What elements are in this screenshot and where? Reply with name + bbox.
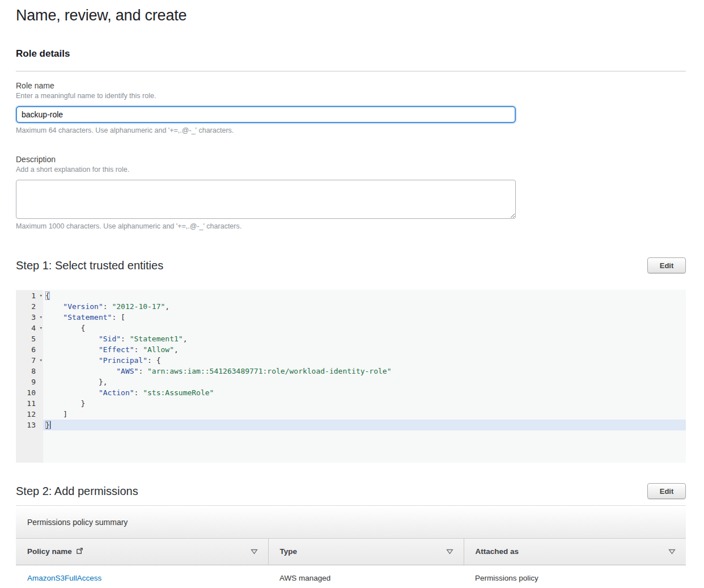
column-header-policy-name[interactable]: Policy name <box>16 539 268 565</box>
editor-line[interactable]: 3▾ "Statement": [ <box>16 312 686 323</box>
name-review-create-page: Name, review, and create Role details Ro… <box>0 0 704 588</box>
page-title: Name, review, and create <box>16 7 686 24</box>
attached-as-cell: Permissions policy <box>464 565 686 588</box>
editor-code-text: ] <box>43 409 686 420</box>
role-name-help: Enter a meaningful name to identify this… <box>16 92 686 100</box>
attached-as-header-label: Attached as <box>476 547 519 556</box>
role-name-input[interactable] <box>16 106 516 123</box>
role-name-field: Role name Enter a meaningful name to ide… <box>16 81 686 134</box>
editor-line[interactable]: 12 ] <box>16 409 686 420</box>
editor-line[interactable]: 9 }, <box>16 377 686 387</box>
permissions-summary-panel: Permissions policy summary Policy name <box>16 505 686 588</box>
edit-trusted-entities-button[interactable]: Edit <box>647 257 686 273</box>
step2-header: Step 2: Add permissions Edit <box>16 483 686 499</box>
editor-line[interactable]: 10 "Action": "sts:AssumeRole" <box>16 387 686 398</box>
editor-code-text: "Statement": [ <box>43 312 686 323</box>
table-header-row: Policy name <box>16 539 686 565</box>
editor-line[interactable]: 6 "Effect": "Allow", <box>16 344 686 355</box>
editor-line[interactable]: 13} <box>16 420 686 430</box>
policy-name-cell: AmazonS3FullAccess <box>16 565 268 588</box>
policy-link[interactable]: AmazonS3FullAccess <box>27 574 101 582</box>
editor-code-text: "AWS": "arn:aws:iam::541263489771:role/w… <box>43 366 686 377</box>
editor-code-text: "Action": "sts:AssumeRole" <box>43 387 686 398</box>
editor-line-number: 8 <box>16 366 43 377</box>
description-textarea[interactable] <box>16 180 516 219</box>
step1-header: Step 1: Select trusted entities Edit <box>16 257 686 273</box>
editor-code-text: } <box>43 398 686 409</box>
editor-code-text: "Version": "2012-10-17", <box>43 301 686 312</box>
editor-line-number: 1▾ <box>16 290 43 301</box>
editor-line-number: 2 <box>16 301 43 312</box>
sort-attached-as-icon[interactable] <box>667 548 677 556</box>
role-details-heading: Role details <box>16 48 686 60</box>
editor-line-number: 12 <box>16 409 43 420</box>
editor-line[interactable]: 5 "Sid": "Statement1", <box>16 333 686 344</box>
editor-line[interactable]: 1▾{ <box>16 290 686 301</box>
editor-line-number: 7▾ <box>16 355 43 366</box>
edit-permissions-button[interactable]: Edit <box>647 483 686 499</box>
fold-arrow-icon[interactable]: ▾ <box>40 290 43 301</box>
editor-code-text: "Effect": "Allow", <box>43 344 686 355</box>
table-row: AmazonS3FullAccess AWS managed Permissio… <box>16 565 686 588</box>
fold-arrow-icon[interactable]: ▾ <box>40 355 43 366</box>
description-field: Description Add a short explanation for … <box>16 155 686 230</box>
sort-policy-name-icon[interactable] <box>249 548 259 556</box>
editor-code-text: { <box>43 323 686 333</box>
editor-line-number: 11 <box>16 398 43 409</box>
type-header-label: Type <box>280 547 298 556</box>
step1-heading: Step 1: Select trusted entities <box>16 259 163 272</box>
editor-line[interactable]: 11 } <box>16 398 686 409</box>
editor-code-text: }, <box>43 377 686 387</box>
role-name-constraint: Maximum 64 characters. Use alphanumeric … <box>16 126 686 134</box>
editor-line-number: 9 <box>16 377 43 387</box>
editor-empty-area[interactable] <box>16 430 686 463</box>
editor-code-text: { <box>43 290 686 301</box>
trust-policy-editor[interactable]: 1▾{2 "Version": "2012-10-17",3▾ "Stateme… <box>16 290 686 463</box>
editor-line[interactable]: 2 "Version": "2012-10-17", <box>16 301 686 312</box>
permissions-summary-table: Policy name <box>16 539 686 588</box>
external-link-icon <box>76 547 83 555</box>
sort-type-icon[interactable] <box>445 548 455 556</box>
step2-heading: Step 2: Add permissions <box>16 485 138 498</box>
role-name-label: Role name <box>16 81 686 90</box>
policy-name-header-label: Policy name <box>27 547 72 556</box>
editor-line[interactable]: 7▾ "Principal": { <box>16 355 686 366</box>
editor-line-number: 6 <box>16 344 43 355</box>
editor-code-text: "Principal": { <box>43 355 686 366</box>
description-help: Add a short explanation for this role. <box>16 166 686 174</box>
fold-arrow-icon[interactable]: ▾ <box>40 323 43 333</box>
column-header-type[interactable]: Type <box>268 539 464 565</box>
editor-code-text: } <box>43 420 686 430</box>
column-header-attached-as[interactable]: Attached as <box>464 539 686 565</box>
policy-type-cell: AWS managed <box>268 565 464 588</box>
editor-line-number: 10 <box>16 387 43 398</box>
editor-line-number: 13 <box>16 420 43 430</box>
fold-arrow-icon[interactable]: ▾ <box>40 312 43 323</box>
permissions-summary-title: Permissions policy summary <box>16 505 686 539</box>
description-label: Description <box>16 155 686 164</box>
editor-line-number: 5 <box>16 333 43 344</box>
editor-line[interactable]: 4▾ { <box>16 323 686 333</box>
role-details-divider <box>16 71 686 71</box>
description-constraint: Maximum 1000 characters. Use alphanumeri… <box>16 222 686 230</box>
editor-code-text: "Sid": "Statement1", <box>43 333 686 344</box>
editor-line-number: 3▾ <box>16 312 43 323</box>
editor-line-number: 4▾ <box>16 323 43 333</box>
editor-line[interactable]: 8 "AWS": "arn:aws:iam::541263489771:role… <box>16 366 686 377</box>
